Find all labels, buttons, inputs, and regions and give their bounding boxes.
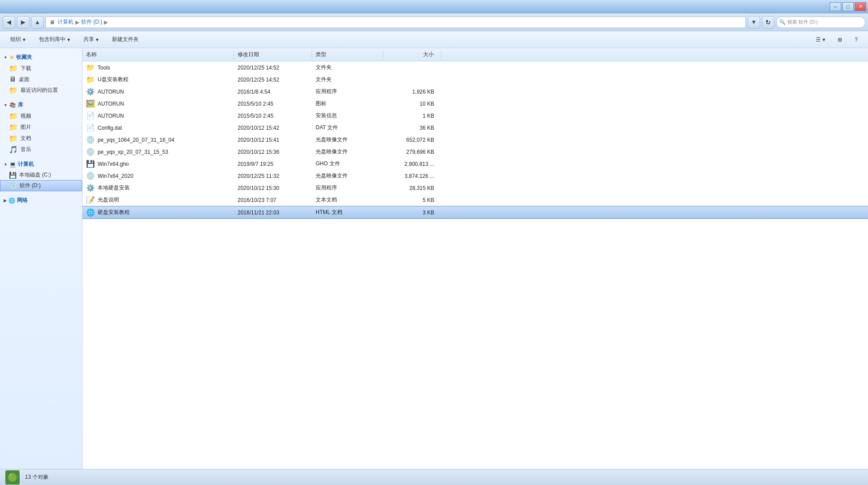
- file-size: 5 KB: [383, 196, 441, 204]
- col-header-type[interactable]: 类型: [312, 50, 383, 59]
- sidebar-item-drive-c[interactable]: 💾 本地磁盘 (C:): [0, 170, 82, 180]
- file-type: 文本文档: [312, 195, 383, 205]
- file-row-autorun1[interactable]: ⚙️ AUTORUN 2016/1/8 4:54 应用程序 1,926 KB: [82, 86, 868, 98]
- forward-button[interactable]: ▶: [17, 16, 29, 29]
- desktop-icon: 🖥: [9, 75, 16, 83]
- html-icon: 🌐: [86, 208, 95, 217]
- close-button[interactable]: ✕: [855, 2, 866, 11]
- details-view-button[interactable]: ⊞: [832, 33, 848, 46]
- file-row-tools[interactable]: 📁 Tools 2020/12/25 14:52 文件夹: [82, 62, 868, 74]
- file-type: 安装信息: [312, 111, 383, 120]
- include-library-button[interactable]: 包含到库中 ▾: [33, 33, 76, 46]
- sidebar-item-recent[interactable]: 📁 最近访问的位置: [0, 85, 82, 96]
- new-folder-button[interactable]: 新建文件夹: [106, 33, 144, 46]
- help-button[interactable]: ?: [849, 33, 864, 46]
- file-row-pexp[interactable]: 💿 pe_yqs_xp_20_07_31_15_53 2020/10/12 15…: [82, 146, 868, 158]
- file-row-udisk[interactable]: 📁 U盘安装教程 2020/12/25 14:52 文件夹: [82, 74, 868, 86]
- file-row-hdinstall[interactable]: 🌐 硬盘安装教程 2016/11/21 22:03 HTML 文档 3 KB: [82, 206, 868, 219]
- sidebar-header-network[interactable]: ▶ 🌐 网络: [0, 195, 82, 206]
- file-date: 2016/11/21 22:03: [234, 209, 312, 217]
- file-name: 硬盘安装教程: [98, 209, 130, 216]
- docs-folder-icon: 📁: [9, 134, 18, 143]
- sidebar-item-downloads[interactable]: 📁 下载: [0, 63, 82, 74]
- file-row-pe1064[interactable]: 💿 pe_yqs_1064_20_07_31_16_04 2020/10/12 …: [82, 134, 868, 146]
- file-row-autorun2[interactable]: 🖼️ AUTORUN 2015/5/10 2:45 图标 10 KB: [82, 98, 868, 110]
- sidebar-section-computer: ▼ 💻 计算机 💾 本地磁盘 (C:) 💿 软件 (D:): [0, 159, 82, 191]
- details-icon: ⊞: [838, 37, 842, 43]
- computer-icon: 💻: [9, 161, 16, 168]
- title-bar: ─ □ ✕: [0, 0, 868, 13]
- file-name: Tools: [98, 65, 110, 71]
- file-row-win72020[interactable]: 💿 Win7x64_2020 2020/12/25 11:32 光盘映像文件 3…: [82, 170, 868, 182]
- include-label: 包含到库中: [39, 36, 66, 43]
- file-name: Win7x64.gho: [98, 161, 129, 167]
- minimize-button[interactable]: ─: [830, 2, 841, 11]
- toolbar: 组织 ▾ 包含到库中 ▾ 共享 ▾ 新建文件夹 ☰ ▾ ⊞ ?: [0, 31, 868, 48]
- file-row-discnote[interactable]: 📝 光盘说明 2016/10/23 7:07 文本文档 5 KB: [82, 194, 868, 206]
- sidebar-header-computer[interactable]: ▼ 💻 计算机: [0, 159, 82, 170]
- file-row-win7gho[interactable]: 💾 Win7x64.gho 2019/9/7 19:25 GHO 文件 2,90…: [82, 158, 868, 170]
- sidebar-header-library[interactable]: ▼ 📚 库: [0, 99, 82, 111]
- forward-icon: ▶: [21, 19, 25, 25]
- inf-icon: 📄: [86, 111, 95, 120]
- up-button[interactable]: ▲: [31, 16, 44, 29]
- file-size: 652,072 KB: [383, 136, 441, 144]
- file-date: 2019/9/7 19:25: [234, 160, 312, 168]
- path-crumb-computer[interactable]: 计算机: [58, 18, 74, 26]
- view-toggle-button[interactable]: ☰ ▾: [810, 33, 831, 46]
- sidebar-item-drive-d[interactable]: 💿 软件 (D:): [0, 180, 82, 191]
- file-row-autorun3[interactable]: 📄 AUTORUN 2015/5/10 2:45 安装信息 1 KB: [82, 110, 868, 122]
- share-button[interactable]: 共享 ▾: [78, 33, 104, 46]
- file-row-localinstall[interactable]: ⚙️ 本地硬盘安装 2020/10/12 15:30 应用程序 28,315 K…: [82, 182, 868, 194]
- path-crumb-drive[interactable]: 软件 (D:): [81, 18, 102, 26]
- iso-icon: 💿: [86, 136, 95, 144]
- sidebar-item-music[interactable]: 🎵 音乐: [0, 144, 82, 155]
- file-type: 文件夹: [312, 63, 383, 72]
- main-layout: ▼ ★ 收藏夹 📁 下载 🖥 桌面 📁 最近访问的位置 ▼ 📚 库: [0, 48, 868, 469]
- back-icon: ◀: [7, 19, 11, 25]
- sidebar: ▼ ★ 收藏夹 📁 下载 🖥 桌面 📁 最近访问的位置 ▼ 📚 库: [0, 48, 82, 469]
- file-name: 本地硬盘安装: [98, 184, 130, 192]
- file-name: pe_yqs_xp_20_07_31_15_53: [98, 149, 168, 155]
- sidebar-section-favorites: ▼ ★ 收藏夹 📁 下载 🖥 桌面 📁 最近访问的位置: [0, 52, 82, 96]
- col-header-name[interactable]: 名称: [82, 50, 234, 59]
- computer-arrow-icon: ▼: [4, 162, 8, 167]
- col-header-date[interactable]: 修改日期: [234, 50, 312, 59]
- file-name: pe_yqs_1064_20_07_31_16_04: [98, 137, 174, 143]
- status-bar: 🟢 13 个对象: [0, 469, 868, 485]
- view-buttons: ☰ ▾ ⊞ ?: [810, 33, 864, 46]
- network-label: 网络: [17, 197, 28, 204]
- network-icon: 🌐: [8, 197, 15, 204]
- sidebar-item-desktop[interactable]: 🖥 桌面: [0, 74, 82, 85]
- file-list-header: 名称 修改日期 类型 大小: [82, 48, 868, 62]
- refresh-button[interactable]: ↻: [762, 16, 774, 29]
- file-size: 36 KB: [383, 124, 441, 132]
- gho-icon: 💾: [86, 160, 95, 168]
- file-date: 2016/1/8 4:54: [234, 88, 312, 96]
- include-dropdown-icon: ▾: [67, 37, 70, 43]
- file-date: 2020/12/25 11:32: [234, 172, 312, 180]
- path-sep-1: ▶: [75, 19, 79, 25]
- downloads-folder-icon: 📁: [9, 64, 18, 73]
- organize-button[interactable]: 组织 ▾: [4, 33, 31, 46]
- maximize-button[interactable]: □: [842, 2, 854, 11]
- address-path[interactable]: 🖥 计算机 ▶ 软件 (D:) ▶: [45, 16, 746, 28]
- organize-label: 组织: [10, 36, 21, 43]
- new-folder-label: 新建文件夹: [112, 36, 139, 43]
- dat-icon: 📄: [86, 123, 95, 132]
- sidebar-item-video[interactable]: 📁 视频: [0, 111, 82, 122]
- file-type: 文件夹: [312, 75, 383, 84]
- search-box[interactable]: 🔍 搜索 软件 (D:): [776, 16, 865, 28]
- file-size: 10 KB: [383, 100, 441, 108]
- back-button[interactable]: ◀: [3, 16, 15, 29]
- sidebar-header-favorites[interactable]: ▼ ★ 收藏夹: [0, 52, 82, 63]
- dropdown-button[interactable]: ▼: [748, 16, 760, 29]
- col-header-size[interactable]: 大小: [383, 50, 441, 59]
- favorites-star-icon: ★: [9, 54, 14, 61]
- sidebar-item-images[interactable]: 📁 图片: [0, 122, 82, 133]
- file-row-configdat[interactable]: 📄 Config.dat 2020/10/12 15:42 DAT 文件 36 …: [82, 122, 868, 134]
- file-size: 2,900,813 ...: [383, 160, 441, 168]
- computer-label: 计算机: [18, 160, 34, 168]
- file-name: Win7x64_2020: [98, 173, 133, 179]
- sidebar-item-docs[interactable]: 📁 文档: [0, 133, 82, 144]
